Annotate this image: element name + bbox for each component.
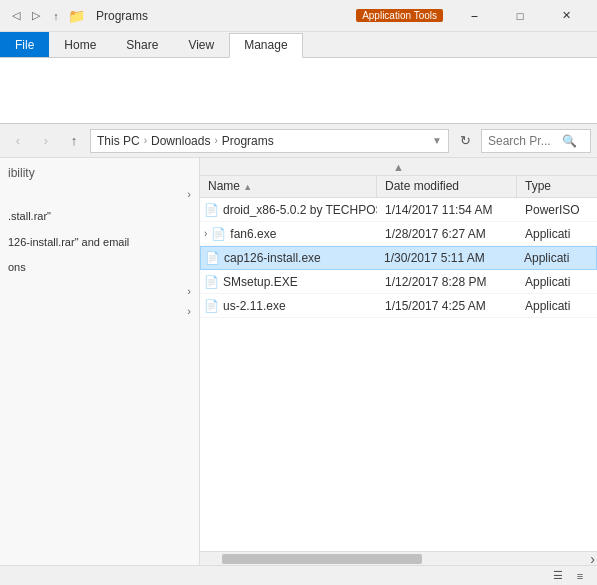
file-cell-type-1: Applicati — [517, 225, 597, 243]
file-cell-type-2: Applicati — [516, 249, 596, 267]
panel-arrow-3: › — [187, 305, 191, 317]
chevron-right-icon-1: › — [204, 228, 207, 239]
panel-item-3[interactable]: › — [0, 301, 199, 321]
forward-button[interactable]: › — [34, 129, 58, 153]
panel-text-2: 126-install.rar" and email — [8, 236, 129, 248]
address-path[interactable]: This PC › Downloads › Programs ▼ — [90, 129, 449, 153]
file-row[interactable]: 📄 us-2.11.exe 1/15/2017 4:25 AM Applicat… — [200, 294, 597, 318]
tab-view[interactable]: View — [173, 32, 229, 57]
panel-visibility: ibility — [0, 162, 199, 184]
file-cell-type-4: Applicati — [517, 297, 597, 315]
main-container: ibility › .stall.rar" 126-install.rar" a… — [0, 158, 597, 565]
back-quick-icon: ◁ — [8, 8, 24, 24]
forward-quick-icon: ▷ — [28, 8, 44, 24]
file-cell-type-3: Applicati — [517, 273, 597, 291]
tab-share[interactable]: Share — [111, 32, 173, 57]
sort-up-icon: ▲ — [393, 161, 404, 173]
col-header-name[interactable]: Name ▲ — [200, 176, 377, 197]
file-cell-name-3: 📄 SMsetup.EXE — [200, 273, 377, 291]
panel-arrow-1: › — [187, 188, 191, 200]
file-icon-3: 📄 — [204, 275, 219, 289]
title-bar: ◁ ▷ ↑ 📁 Programs Application Tools ‒ □ ✕ — [0, 0, 597, 32]
path-chevron-1: › — [144, 135, 147, 146]
file-cell-name-1: › 📄 fan6.exe — [200, 225, 377, 243]
file-rows: 📄 droid_x86-5.0.2 by TECHPOSTS.ORG.iso 1… — [200, 198, 597, 551]
tab-home[interactable]: Home — [49, 32, 111, 57]
file-cell-date-3: 1/12/2017 8:28 PM — [377, 273, 517, 291]
search-input[interactable] — [488, 134, 558, 148]
ribbon-toolbar — [0, 58, 597, 124]
file-icon-2: 📄 — [205, 251, 220, 265]
file-row-selected[interactable]: 📄 cap126-install.exe 1/30/2017 5:11 AM A… — [200, 246, 597, 270]
file-row[interactable]: 📄 SMsetup.EXE 1/12/2017 8:28 PM Applicat… — [200, 270, 597, 294]
file-cell-name-2: 📄 cap126-install.exe — [201, 249, 376, 267]
path-chevron-2: › — [214, 135, 217, 146]
panel-item-2[interactable]: › — [0, 281, 199, 301]
file-list-header: Name ▲ Date modified Type — [200, 176, 597, 198]
file-icon-4: 📄 — [204, 299, 219, 313]
file-list: ▲ Name ▲ Date modified Type 📄 droid_x86-… — [200, 158, 597, 565]
search-icon: 🔍 — [562, 134, 577, 148]
file-cell-name-0: 📄 droid_x86-5.0.2 by TECHPOSTS.ORG.iso — [200, 201, 377, 219]
up-quick-icon: ↑ — [48, 8, 64, 24]
list-view-button[interactable]: ☰ — [549, 568, 567, 584]
file-row[interactable]: › 📄 fan6.exe 1/28/2017 6:27 AM Applicati — [200, 222, 597, 246]
status-bar: ☰ ≡ — [0, 565, 597, 585]
file-cell-name-4: 📄 us-2.11.exe — [200, 297, 377, 315]
ribbon-context-badge: Application Tools — [356, 9, 443, 22]
file-cell-type-0: PowerISO — [517, 201, 597, 219]
tab-file[interactable]: File — [0, 32, 49, 57]
col-header-type[interactable]: Type — [517, 176, 597, 197]
title-bar-quick-access: ◁ ▷ ↑ 📁 — [8, 8, 88, 24]
file-cell-date-0: 1/14/2017 11:54 AM — [377, 201, 517, 219]
panel-arrow-2: › — [187, 285, 191, 297]
address-bar: ‹ › ↑ This PC › Downloads › Programs ▼ ↻… — [0, 124, 597, 158]
file-icon-0: 📄 — [204, 203, 219, 217]
scroll-right-icon[interactable]: › — [590, 551, 595, 566]
folder-icon: 📁 — [68, 8, 84, 24]
panel-text-ons: ons — [0, 255, 199, 281]
details-view-button[interactable]: ≡ — [571, 568, 589, 584]
path-thispc: This PC — [97, 134, 140, 148]
panel-text-install-email: 126-install.rar" and email — [0, 230, 199, 256]
status-view-controls: ☰ ≡ — [549, 568, 589, 584]
file-cell-date-1: 1/28/2017 6:27 AM — [377, 225, 517, 243]
horizontal-scrollbar[interactable]: › — [200, 551, 597, 565]
refresh-button[interactable]: ↻ — [453, 129, 477, 153]
file-cell-date-2: 1/30/2017 5:11 AM — [376, 249, 516, 267]
window-controls: ‒ □ ✕ — [451, 0, 589, 32]
ribbon-tabs: File Home Share View Manage — [0, 32, 597, 58]
path-programs: Programs — [222, 134, 274, 148]
panel-visibility-label: ibility — [8, 166, 35, 180]
panel-text-1: .stall.rar" — [8, 210, 51, 222]
search-box[interactable]: 🔍 — [481, 129, 591, 153]
back-button[interactable]: ‹ — [6, 129, 30, 153]
sort-indicator-row: ▲ — [200, 158, 597, 176]
col-header-date[interactable]: Date modified — [377, 176, 517, 197]
panel-text-install: .stall.rar" — [0, 204, 199, 230]
scroll-thumb[interactable] — [222, 554, 422, 564]
panel-item-1[interactable]: › — [0, 184, 199, 204]
sort-icon: ▲ — [243, 182, 252, 192]
window-title: Programs — [96, 9, 356, 23]
file-icon-1: 📄 — [211, 227, 226, 241]
left-panel: ibility › .stall.rar" 126-install.rar" a… — [0, 158, 200, 565]
panel-text-3: ons — [8, 261, 26, 273]
file-cell-date-4: 1/15/2017 4:25 AM — [377, 297, 517, 315]
up-button[interactable]: ↑ — [62, 129, 86, 153]
maximize-button[interactable]: □ — [497, 0, 543, 32]
path-downloads: Downloads — [151, 134, 210, 148]
close-button[interactable]: ✕ — [543, 0, 589, 32]
file-row[interactable]: 📄 droid_x86-5.0.2 by TECHPOSTS.ORG.iso 1… — [200, 198, 597, 222]
tab-manage[interactable]: Manage — [229, 33, 302, 58]
minimize-button[interactable]: ‒ — [451, 0, 497, 32]
path-dropdown-icon[interactable]: ▼ — [432, 135, 442, 146]
